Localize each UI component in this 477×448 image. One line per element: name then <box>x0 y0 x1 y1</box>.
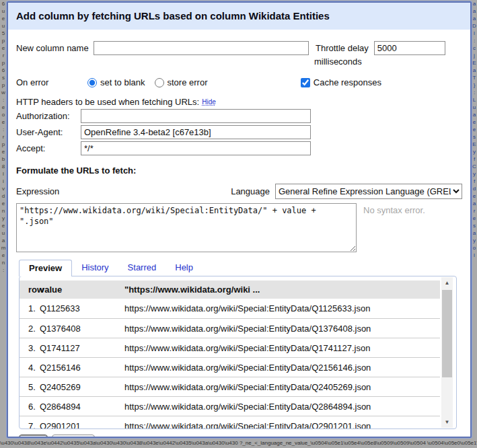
column-header-row: row <box>20 285 38 295</box>
scroll-up-icon[interactable]: ▲ <box>441 277 453 289</box>
tab-preview[interactable]: Preview <box>19 260 72 276</box>
accept-label: Accept: <box>16 143 81 153</box>
authorization-label: Authorization: <box>16 111 81 121</box>
row-value: Q1741127 <box>38 343 124 353</box>
row-value: Q2156146 <box>38 363 124 373</box>
preview-panel: row value "https://www.wikidata.org/wiki… <box>19 276 457 429</box>
on-error-label: On error <box>16 77 87 87</box>
radio-option-set-to-blank[interactable]: set to blank <box>87 77 145 87</box>
row-value: Q1376408 <box>38 324 124 334</box>
background-page-right-sliver: a a a D l : c j E a T } : L u a e e s E … <box>472 0 477 448</box>
row-index: 2. <box>20 324 38 334</box>
preview-table-header: row value "https://www.wikidata.org/wiki… <box>20 281 440 299</box>
hide-headers-link[interactable]: Hide <box>202 98 216 106</box>
row-url: https://www.wikidata.org/wiki/Special:En… <box>124 421 440 430</box>
throttle-delay-label: Throttle delay <box>316 43 369 53</box>
row-value: Q2864894 <box>38 402 124 412</box>
background-page-left-sliver: 6 u e u 5 p e r p 6 s p w : e o e : r p … <box>0 0 7 448</box>
dialog-footer: OK Cancel <box>19 435 470 438</box>
row-index: 5. <box>20 382 38 392</box>
user-agent-input[interactable] <box>81 125 311 139</box>
new-column-name-input[interactable] <box>94 41 309 55</box>
table-row: 6.Q2864894https://www.wikidata.org/wiki/… <box>20 396 440 416</box>
table-row: 2.Q1376408https://www.wikidata.org/wiki/… <box>20 318 440 338</box>
row-url: https://www.wikidata.org/wiki/Special:En… <box>124 363 440 373</box>
table-row: 1.Q1125633https://www.wikidata.org/wiki/… <box>20 299 440 318</box>
language-select[interactable]: General Refine Expression Language (GREL… <box>275 184 462 199</box>
row-index: 7. <box>20 421 38 430</box>
syntax-status-text: No syntax error. <box>363 205 425 215</box>
throttle-delay-input[interactable] <box>374 41 445 55</box>
cache-responses-option[interactable]: Cache responses <box>301 77 381 87</box>
preview-table: row value "https://www.wikidata.org/wiki… <box>20 281 440 429</box>
column-header-value: value <box>38 285 124 295</box>
table-row: 4.Q2156146https://www.wikidata.org/wiki/… <box>20 357 440 377</box>
row-url: https://www.wikidata.org/wiki/Special:En… <box>124 382 440 392</box>
tab-help[interactable]: Help <box>166 260 203 276</box>
cache-responses-label: Cache responses <box>314 77 381 87</box>
user-agent-label: User-Agent: <box>16 127 81 137</box>
milliseconds-label: milliseconds <box>314 57 362 67</box>
set-to-blank-radio[interactable] <box>87 78 97 87</box>
accept-input[interactable] <box>81 141 311 155</box>
expression-textarea[interactable]: "https://www.wikidata.org/wiki/Special:E… <box>16 203 357 252</box>
store-error-radio[interactable] <box>155 78 164 87</box>
ok-button[interactable]: OK <box>19 435 48 438</box>
row-index: 3. <box>20 343 38 353</box>
row-url: https://www.wikidata.org/wiki/Special:En… <box>124 402 440 412</box>
table-row: 3.Q1741127https://www.wikidata.org/wiki/… <box>20 338 440 357</box>
row-url: https://www.wikidata.org/wiki/Special:En… <box>124 303 440 313</box>
row-url: https://www.wikidata.org/wiki/Special:En… <box>124 343 440 353</box>
new-column-name-label: New column name <box>16 43 94 53</box>
dialog-title: Add column by fetching URLs based on col… <box>8 3 470 30</box>
row-value: Q1125633 <box>38 303 124 313</box>
expression-label: Expression <box>16 186 59 196</box>
background-page-bottom-text: \u430\u0438\u043e\u0442\u0435\u043a\u043… <box>0 439 477 447</box>
scrollbar-thumb[interactable] <box>442 290 452 377</box>
http-headers-label: HTTP headers to be used when fetching UR… <box>16 97 199 107</box>
cancel-button[interactable]: Cancel <box>52 435 95 438</box>
row-index: 1. <box>20 303 38 313</box>
table-row: 5.Q2405269https://www.wikidata.org/wiki/… <box>20 377 440 396</box>
cache-responses-checkbox[interactable] <box>301 78 310 87</box>
preview-tab-bar: Preview History Starred Help <box>8 260 470 276</box>
tab-history[interactable]: History <box>72 260 118 276</box>
radio-option-store-error[interactable]: store error <box>155 77 208 87</box>
formulate-urls-label: Formulate the URLs to fetch: <box>16 165 462 176</box>
store-error-label: store error <box>168 77 208 87</box>
row-index: 4. <box>20 363 38 373</box>
language-label: Language <box>231 186 270 196</box>
preview-scrollbar[interactable]: ▲ ▼ <box>441 277 453 428</box>
row-value: Q2901201 <box>38 421 124 430</box>
scroll-down-icon[interactable]: ▼ <box>441 416 453 428</box>
http-headers-list: Authorization: User-Agent: Accept: <box>16 109 462 155</box>
add-column-by-fetching-urls-dialog: Add column by fetching URLs based on col… <box>7 1 472 438</box>
column-header-url: "https://www.wikidata.org/wiki ... <box>124 285 440 295</box>
row-url: https://www.wikidata.org/wiki/Special:En… <box>124 324 440 334</box>
tab-starred[interactable]: Starred <box>118 260 166 276</box>
authorization-input[interactable] <box>81 109 311 123</box>
row-index: 6. <box>20 402 38 412</box>
set-to-blank-label: set to blank <box>100 77 145 87</box>
preview-rows: 1.Q1125633https://www.wikidata.org/wiki/… <box>20 299 440 429</box>
row-value: Q2405269 <box>38 382 124 392</box>
dialog-body: New column name Throttle delay milliseco… <box>8 41 470 252</box>
table-row: 7.Q2901201https://www.wikidata.org/wiki/… <box>20 416 440 429</box>
